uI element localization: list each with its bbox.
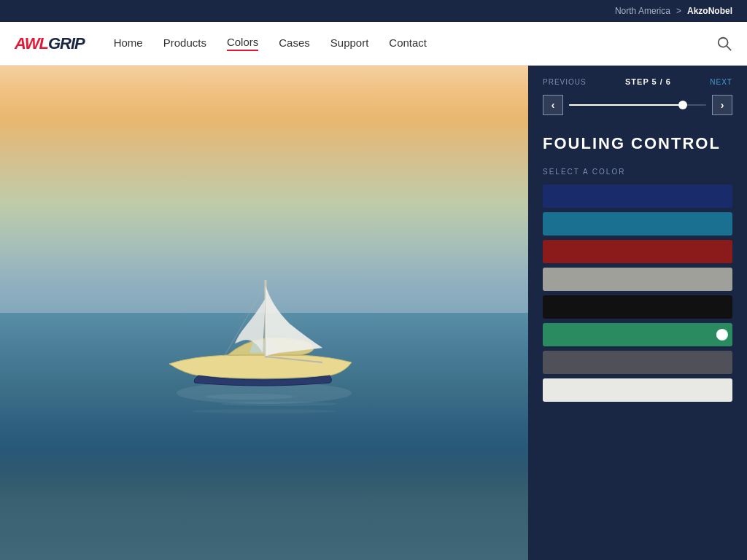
color-swatch[interactable]: [543, 268, 732, 291]
main-content: PREVIOUS STEP 5 / 6 NEXT ‹ › FOULING CON…: [0, 66, 747, 560]
region-separator: >: [676, 6, 681, 16]
logo-awl: AWL: [15, 34, 48, 53]
selected-indicator: [716, 330, 727, 340]
nav-cases[interactable]: Cases: [279, 36, 310, 50]
brand-label: AkzoNobel: [687, 6, 732, 16]
nav-bar: AWL GRIP Home Products Colors Cases Supp…: [0, 22, 747, 66]
next-arrow-icon: ›: [721, 99, 724, 111]
svg-point-6: [206, 394, 293, 400]
nav-links: Home Products Colors Cases Support Conta…: [114, 36, 732, 51]
section-title: FOULING CONTROL: [528, 127, 747, 168]
search-button[interactable]: [716, 36, 732, 52]
color-panel: PREVIOUS STEP 5 / 6 NEXT ‹ › FOULING CON…: [528, 66, 747, 560]
logo-grip: GRIP: [48, 34, 85, 53]
color-swatch[interactable]: [543, 240, 732, 263]
step-label: STEP 5 / 6: [625, 77, 671, 86]
top-bar: North America > AkzoNobel: [0, 0, 747, 22]
svg-point-8: [191, 409, 337, 413]
color-swatch[interactable]: [543, 295, 732, 319]
step-progress-track: [569, 104, 706, 106]
color-swatch[interactable]: [543, 351, 732, 374]
color-swatch[interactable]: [543, 212, 732, 236]
search-icon: [716, 36, 732, 52]
color-select-label: SELECT A COLOR: [528, 168, 747, 184]
previous-label: PREVIOUS: [543, 78, 587, 86]
step-progress-dot: [678, 101, 687, 109]
color-list: [528, 184, 747, 402]
color-swatch[interactable]: [543, 378, 732, 402]
prev-step-button[interactable]: ‹: [543, 95, 563, 115]
svg-point-7: [220, 402, 337, 406]
next-label: NEXT: [710, 78, 732, 86]
nav-support[interactable]: Support: [330, 36, 369, 50]
prev-arrow-icon: ‹: [551, 99, 555, 111]
svg-point-0: [719, 37, 728, 47]
nav-products[interactable]: Products: [163, 36, 206, 50]
step-progress-row: ‹ ›: [528, 95, 747, 127]
boat-container: [82, 167, 446, 459]
page-wrapper: North America > AkzoNobel AWL GRIP Home …: [0, 0, 747, 560]
step-progress-fill: [569, 104, 683, 106]
color-swatch[interactable]: [543, 323, 732, 346]
region-label: North America: [615, 6, 670, 16]
boat-svg: [82, 167, 446, 459]
color-swatch[interactable]: [543, 184, 732, 208]
nav-colors[interactable]: Colors: [227, 36, 258, 51]
nav-contact[interactable]: Contact: [389, 36, 427, 50]
boat-image-area: [0, 66, 528, 560]
svg-line-1: [727, 46, 731, 50]
nav-home[interactable]: Home: [114, 36, 143, 50]
step-nav: PREVIOUS STEP 5 / 6 NEXT: [528, 66, 747, 95]
logo[interactable]: AWL GRIP: [15, 34, 85, 53]
next-step-button[interactable]: ›: [712, 95, 732, 115]
